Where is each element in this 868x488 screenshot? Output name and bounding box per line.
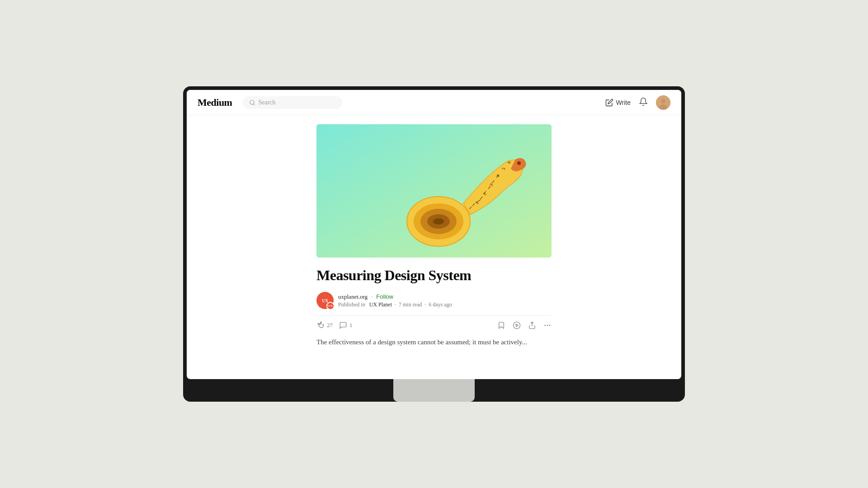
write-label: Write [616, 99, 631, 106]
write-button[interactable]: Write [605, 99, 631, 107]
screen: Medium Search Write [187, 90, 681, 379]
svg-point-3 [659, 104, 667, 110]
more-action[interactable] [543, 321, 552, 329]
bookmark-icon [497, 321, 505, 329]
author-info: uxplanet.org · Follow Published in UX Pl… [338, 293, 452, 308]
clap-count: 27 [327, 322, 333, 329]
bell-icon [639, 97, 648, 106]
author-row: UX UX uxplanet.org · Follow Published in [316, 292, 552, 309]
clap-action[interactable]: 27 [316, 321, 333, 329]
search-bar[interactable]: Search [243, 96, 342, 109]
author-name[interactable]: uxplanet.org [338, 293, 368, 300]
bookmark-action[interactable] [497, 321, 505, 329]
avatar[interactable] [656, 95, 670, 110]
svg-point-30 [550, 325, 551, 326]
search-placeholder: Search [258, 99, 275, 106]
svg-point-25 [514, 322, 520, 329]
more-icon [543, 321, 552, 329]
svg-point-29 [547, 325, 548, 326]
follow-button[interactable]: Follow [376, 293, 393, 300]
comment-action[interactable]: 1 [339, 321, 353, 329]
share-action[interactable] [528, 321, 536, 329]
divider [316, 315, 552, 316]
monitor: Medium Search Write [183, 86, 685, 402]
monitor-stand [393, 379, 475, 402]
author-avatar[interactable]: UX UX [316, 292, 334, 309]
author-badge: UX [326, 302, 335, 310]
article-meta: Published in UX Planet · 7 min read · 6 … [338, 301, 452, 308]
share-icon [528, 321, 536, 329]
author-name-row: uxplanet.org · Follow [338, 293, 452, 300]
search-icon [249, 99, 255, 106]
comment-count: 1 [349, 322, 353, 329]
article-content: 1 2 3 4 5 6 Measuring Design System [187, 115, 681, 379]
notifications-button[interactable] [639, 97, 648, 108]
article-excerpt: The effectiveness of a design system can… [316, 337, 552, 347]
navbar-right: Write [605, 95, 670, 110]
listen-action[interactable] [513, 321, 521, 329]
svg-point-2 [661, 99, 665, 103]
actions-left: 27 1 [316, 321, 353, 329]
svg-point-0 [250, 100, 254, 104]
article-actions: 27 1 [316, 321, 552, 329]
article-hero-image: 1 2 3 4 5 6 [316, 124, 552, 258]
svg-point-24 [517, 161, 521, 165]
navbar: Medium Search Write [187, 90, 681, 115]
article-title: Measuring Design System [316, 267, 552, 284]
write-icon [605, 99, 613, 107]
svg-point-28 [545, 325, 546, 326]
article-body: Measuring Design System UX UX uxplanet.o… [316, 258, 552, 357]
svg-point-9 [433, 218, 444, 225]
svg-marker-26 [516, 324, 519, 327]
actions-right [497, 321, 552, 329]
logo[interactable]: Medium [198, 97, 232, 108]
comment-icon [339, 321, 347, 329]
clap-icon [316, 321, 325, 329]
play-icon [513, 321, 521, 329]
